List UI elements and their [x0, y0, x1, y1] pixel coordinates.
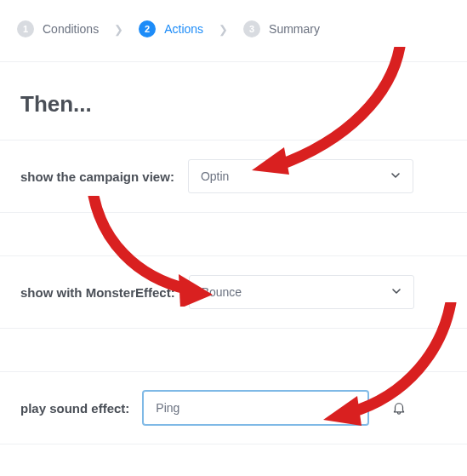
step-actions[interactable]: 2 Actions	[139, 20, 203, 37]
select-campaign-view[interactable]: Optin	[188, 159, 413, 193]
select-value: Optin	[201, 169, 390, 183]
step-number: 3	[243, 20, 260, 37]
step-label: Actions	[164, 22, 203, 36]
step-conditions[interactable]: 1 Conditions	[17, 20, 99, 37]
step-label: Summary	[269, 22, 320, 36]
select-monster-effect[interactable]: Bounce	[189, 275, 414, 309]
field-row-campaign-view: show the campaign view: Optin	[0, 140, 467, 213]
chevron-right-icon: ❯	[114, 23, 123, 36]
select-value: Bounce	[202, 285, 391, 299]
chevron-down-icon	[390, 170, 401, 183]
select-sound-effect[interactable]: Ping	[143, 391, 368, 425]
step-summary[interactable]: 3 Summary	[243, 20, 320, 37]
section-heading: Then...	[0, 62, 467, 140]
field-label-sound-effect: play sound effect:	[20, 401, 129, 416]
field-row-monster-effect: show with MonsterEffect: Bounce	[0, 255, 467, 329]
step-number: 1	[17, 20, 34, 37]
step-label: Conditions	[43, 22, 99, 36]
chevron-down-icon	[391, 286, 402, 299]
stepper: 1 Conditions ❯ 2 Actions ❯ 3 Summary	[0, 0, 467, 62]
field-row-sound-effect: play sound effect: Ping	[0, 371, 467, 444]
chevron-right-icon: ❯	[219, 23, 228, 36]
field-label-monster-effect: show with MonsterEffect:	[20, 285, 175, 300]
field-label-campaign-view: show the campaign view:	[20, 169, 174, 184]
step-number: 2	[139, 20, 156, 37]
chevron-down-icon	[345, 402, 356, 415]
select-value: Ping	[156, 401, 345, 415]
bell-icon[interactable]	[390, 399, 407, 416]
